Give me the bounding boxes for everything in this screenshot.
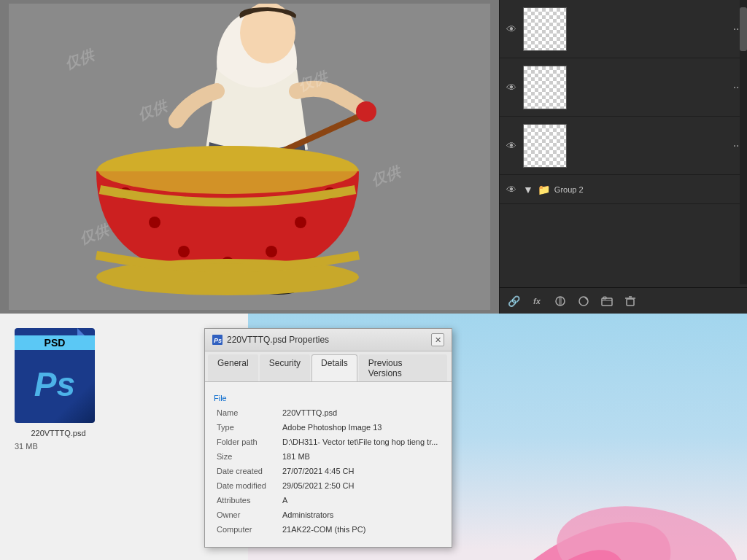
photoshop-section: 仅供 仅供 仅供 仅供 仅供 👁 ··· 👁 ··· 👁 ···: [0, 0, 747, 314]
property-row: Name220VTTTQ.psd: [214, 407, 443, 421]
property-row: Date created27/07/2021 4:45 CH: [214, 465, 443, 480]
layer-group-2[interactable]: 👁 ▼ 📁 Group 2: [500, 175, 747, 204]
dialog-title-icon: Ps: [212, 335, 222, 345]
svg-rect-29: [627, 299, 634, 306]
layer-visibility-1[interactable]: 👁: [504, 22, 519, 36]
property-row: Size181 MB: [214, 451, 443, 465]
svg-point-15: [295, 217, 306, 228]
property-row: OwnerAdministrators: [214, 509, 443, 524]
tab-details[interactable]: Details: [311, 354, 357, 381]
svg-text:Ps: Ps: [214, 337, 222, 344]
layer-group-name: Group 2: [554, 185, 743, 194]
layers-panel: 👁 ··· 👁 ··· 👁 ··· 👁 ▼ 📁 Group 2: [499, 0, 747, 314]
psd-label-top: PSD: [15, 335, 95, 350]
tab-security[interactable]: Security: [260, 354, 310, 381]
property-key: Date modified: [214, 480, 279, 494]
property-row: Folder pathD:\DH311- Vector tet\File ton…: [214, 436, 443, 451]
layer-item-3[interactable]: 👁 ···: [500, 117, 747, 175]
dialog-title-text: 220VTTTQ.psd Properties: [227, 335, 329, 345]
layers-toolbar: 🔗 fx: [500, 287, 747, 314]
property-key: Computer: [214, 524, 279, 538]
properties-dialog: Ps 220VTTTQ.psd Properties ✕ General Sec…: [204, 328, 452, 548]
property-value: Administrators: [279, 509, 443, 524]
property-value: 21AK22-COM (this PC): [279, 524, 443, 538]
folder-icon2: 📁: [538, 184, 550, 195]
properties-table: Name220VTTTQ.psdTypeAdobe Photoshop Imag…: [214, 407, 443, 538]
property-key: Size: [214, 451, 279, 465]
layer-visibility-2[interactable]: 👁: [504, 80, 519, 95]
property-key: Folder path: [214, 436, 279, 451]
layer-group-visibility[interactable]: 👁: [504, 182, 519, 197]
adjustment-icon[interactable]: [576, 293, 592, 309]
property-key: Name: [214, 407, 279, 421]
property-key: Attributes: [214, 494, 279, 509]
layer-thumbnail-2: [523, 66, 567, 109]
property-value: 181 MB: [279, 451, 443, 465]
svg-point-14: [266, 246, 277, 257]
property-row: Date modified29/05/2021 2:50 CH: [214, 480, 443, 494]
psd-file-icon[interactable]: PSD Ps: [15, 328, 109, 423]
section-header: File: [214, 394, 443, 402]
tab-previous-versions[interactable]: Previous Versions: [359, 354, 447, 381]
svg-point-11: [149, 217, 160, 228]
folder-icon: ▼: [523, 184, 533, 195]
dialog-content: File Name220VTTTQ.psdTypeAdobe Photoshop…: [205, 382, 452, 547]
property-value: 29/05/2021 2:50 CH: [279, 480, 443, 494]
delete-icon[interactable]: [622, 293, 638, 309]
svg-rect-25: [559, 297, 562, 306]
svg-rect-27: [602, 298, 612, 306]
dialog-titlebar: Ps 220VTTTQ.psd Properties ✕: [205, 329, 452, 351]
property-value: 220VTTTQ.psd: [279, 407, 443, 421]
property-value: 27/07/2021 4:45 CH: [279, 465, 443, 480]
dialog-close-button[interactable]: ✕: [431, 333, 444, 346]
property-value: Adobe Photoshop Image 13: [279, 421, 443, 436]
layer-item-2[interactable]: 👁 ···: [500, 58, 747, 117]
layer-item-1[interactable]: 👁 ···: [500, 0, 747, 58]
new-group-icon[interactable]: [599, 293, 615, 309]
mask-icon[interactable]: [552, 293, 568, 309]
layer-thumbnail-3: [523, 124, 567, 168]
layer-thumbnail-1: [523, 7, 567, 51]
property-key: Date created: [214, 465, 279, 480]
property-value: A: [279, 494, 443, 509]
property-key: Type: [214, 421, 279, 436]
fx-icon[interactable]: fx: [529, 293, 545, 309]
link-icon[interactable]: 🔗: [506, 293, 522, 309]
layer-visibility-3[interactable]: 👁: [504, 139, 519, 153]
svg-point-8: [356, 101, 376, 122]
property-row: TypeAdobe Photoshop Image 13: [214, 421, 443, 436]
canvas-area: 仅供 仅供 仅供 仅供 仅供: [0, 0, 499, 314]
psd-icon-bg: PSD Ps: [15, 328, 95, 423]
psd-ps-label: Ps: [34, 365, 75, 404]
property-row: AttributesA: [214, 494, 443, 509]
svg-point-12: [178, 246, 190, 257]
property-row: Computer21AK22-COM (this PC): [214, 524, 443, 538]
drum-illustration: 仅供 仅供 仅供 仅供 仅供: [9, 4, 490, 310]
dialog-title: Ps 220VTTTQ.psd Properties: [212, 335, 329, 345]
dialog-tabs: General Security Details Previous Versio…: [205, 351, 452, 382]
bottom-section: PSD Ps 220VTTTQ.psd 31 MB Ps 220VTTTQ.ps…: [0, 314, 747, 560]
property-value: D:\DH311- Vector tet\File tong hop tieng…: [279, 436, 443, 451]
property-key: Owner: [214, 509, 279, 524]
svg-point-18: [98, 146, 357, 194]
tab-general[interactable]: General: [208, 354, 258, 381]
file-size: 31 MB: [15, 442, 38, 451]
file-name: 220VTTTQ.psd: [15, 429, 102, 438]
